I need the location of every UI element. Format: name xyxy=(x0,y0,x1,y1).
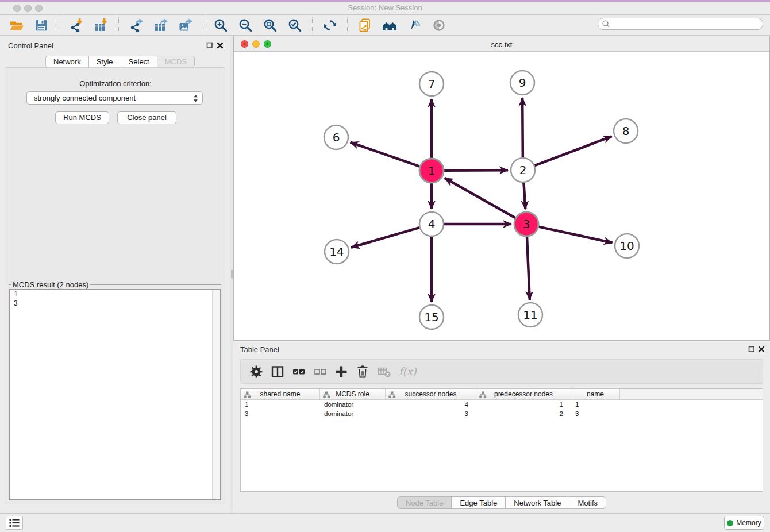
cell-MCDS-role[interactable]: dominator xyxy=(320,409,386,418)
graph-node-15[interactable]: 15 xyxy=(419,305,444,329)
zoom-fit-button[interactable] xyxy=(263,18,278,33)
add-row-button[interactable] xyxy=(334,364,349,379)
memory-button[interactable]: Memory xyxy=(724,516,764,530)
edge-1-6[interactable] xyxy=(351,142,420,167)
graph-node-1[interactable]: 1 xyxy=(419,159,444,183)
refresh-button[interactable] xyxy=(322,18,337,33)
zoom-in-button[interactable] xyxy=(213,18,228,33)
search-box[interactable] xyxy=(598,18,763,30)
mcds-result-item[interactable]: 3 xyxy=(10,299,220,308)
edge-2-3[interactable] xyxy=(523,183,525,209)
network-window-minimize-icon[interactable]: − xyxy=(252,40,260,48)
clone-network-button[interactable] xyxy=(357,18,372,33)
column-header-successor-nodes[interactable]: successor nodes xyxy=(386,389,476,399)
search-input[interactable] xyxy=(610,20,763,29)
mcds-result-scrollbar[interactable] xyxy=(212,290,220,499)
application-window: Session: New Session Control Panel Netwo… xyxy=(0,0,770,532)
edge-3-1[interactable] xyxy=(445,178,515,218)
graph-node-3[interactable]: 3 xyxy=(514,212,538,236)
home-button[interactable] xyxy=(382,18,397,33)
task-history-button[interactable] xyxy=(6,516,23,530)
graph-node-10[interactable]: 10 xyxy=(615,234,639,258)
split-panel-button[interactable] xyxy=(270,364,285,379)
save-session-button[interactable] xyxy=(34,18,49,33)
graph-node-2[interactable]: 2 xyxy=(511,158,535,182)
graph-node-8[interactable]: 8 xyxy=(614,119,638,143)
optimization-criterion-select[interactable]: strongly connected component xyxy=(26,91,203,105)
cell-shared-name[interactable]: 3 xyxy=(241,409,320,418)
tab-style[interactable]: Style xyxy=(88,56,121,68)
table-row[interactable]: 3dominator323 xyxy=(241,409,763,418)
edge-3-10[interactable] xyxy=(538,227,612,243)
export-image-button[interactable] xyxy=(178,18,193,33)
column-header-predecessor-nodes[interactable]: predecessor nodes xyxy=(476,389,571,399)
unselect-all-columns-button[interactable] xyxy=(313,364,328,379)
network-canvas[interactable]: 7968124314101511 xyxy=(234,52,769,340)
cell-successor-nodes[interactable]: 4 xyxy=(386,400,476,409)
close-panel-button[interactable]: Close panel xyxy=(117,111,176,124)
tab-motifs[interactable]: Motifs xyxy=(569,496,606,509)
network-view-window: scc.txt ×−+ 7968124314101511 xyxy=(233,36,770,341)
zoom-selected-button[interactable] xyxy=(287,18,302,33)
import-network-button[interactable] xyxy=(69,18,84,33)
import-table-button[interactable] xyxy=(94,18,109,33)
graph-node-4[interactable]: 4 xyxy=(419,212,444,236)
graph-node-9[interactable]: 9 xyxy=(510,71,534,95)
graph-node-14[interactable]: 14 xyxy=(325,240,349,264)
open-session-button[interactable] xyxy=(9,18,24,33)
column-header-MCDS-role[interactable]: MCDS role xyxy=(320,389,386,399)
edge-1-2[interactable] xyxy=(444,170,508,171)
graph-node-11[interactable]: 11 xyxy=(518,303,542,327)
show-view-button[interactable] xyxy=(432,18,446,33)
cell-name[interactable]: 1 xyxy=(571,400,620,409)
mcds-result-item[interactable]: 1 xyxy=(10,290,220,299)
mcds-result-list[interactable]: 13 xyxy=(9,289,221,500)
tree-icon xyxy=(244,391,251,398)
cell-successor-nodes[interactable]: 3 xyxy=(386,409,476,418)
hide-graphics-details-button[interactable] xyxy=(407,18,422,33)
network-window-zoom-icon[interactable]: + xyxy=(264,40,271,48)
tab-node-table[interactable]: Node Table xyxy=(397,496,452,509)
column-header-shared-name[interactable]: shared name xyxy=(241,389,320,399)
splitter-handle[interactable] xyxy=(231,270,233,278)
edge-4-14[interactable] xyxy=(351,228,419,248)
edge-2-9[interactable] xyxy=(522,98,523,157)
edge-3-11[interactable] xyxy=(527,237,530,300)
tree-icon xyxy=(388,391,396,398)
table-options-button[interactable] xyxy=(249,364,264,379)
cell-MCDS-role[interactable]: dominator xyxy=(320,400,386,409)
close-panel-icon[interactable] xyxy=(217,42,224,49)
close-table-panel-icon[interactable] xyxy=(758,346,765,353)
select-all-columns-button[interactable] xyxy=(291,364,306,379)
float-table-panel-icon[interactable] xyxy=(748,346,755,353)
node-label-14: 14 xyxy=(329,245,344,259)
tab-select[interactable]: Select xyxy=(121,56,157,68)
export-network-button[interactable] xyxy=(129,18,144,33)
export-table-button[interactable] xyxy=(153,18,168,33)
graph-node-7[interactable]: 7 xyxy=(419,72,444,96)
node-table[interactable]: shared nameMCDS rolesuccessor nodesprede… xyxy=(240,388,763,492)
clone-network-icon xyxy=(357,18,372,33)
tab-network-table[interactable]: Network Table xyxy=(505,496,569,509)
cell-predecessor-nodes[interactable]: 1 xyxy=(476,400,571,409)
run-mcds-button[interactable]: Run MCDS xyxy=(55,111,109,124)
float-panel-icon[interactable] xyxy=(206,42,213,49)
node-label-9: 9 xyxy=(519,76,526,90)
column-header-name[interactable]: name xyxy=(571,389,620,399)
tab-edge-table[interactable]: Edge Table xyxy=(451,496,505,509)
edge-2-8[interactable] xyxy=(535,136,612,165)
graph-node-6[interactable]: 6 xyxy=(324,125,348,149)
cell-predecessor-nodes[interactable]: 2 xyxy=(476,409,571,418)
tab-network[interactable]: Network xyxy=(45,56,88,68)
cell-name[interactable]: 3 xyxy=(571,409,620,418)
table-row[interactable]: 1dominator411 xyxy=(241,400,763,409)
network-window-titlebar: scc.txt ×−+ xyxy=(234,36,769,52)
zoom-out-button[interactable] xyxy=(238,18,253,33)
cell-shared-name[interactable]: 1 xyxy=(241,400,320,409)
split-panel-icon xyxy=(270,364,285,379)
tab-mcds[interactable]: MCDS xyxy=(157,56,195,68)
delete-row-button[interactable] xyxy=(355,364,370,379)
function-builder-button[interactable]: f(x) xyxy=(399,365,417,377)
delete-table-button[interactable] xyxy=(376,364,391,379)
network-window-close-icon[interactable]: × xyxy=(241,40,248,48)
